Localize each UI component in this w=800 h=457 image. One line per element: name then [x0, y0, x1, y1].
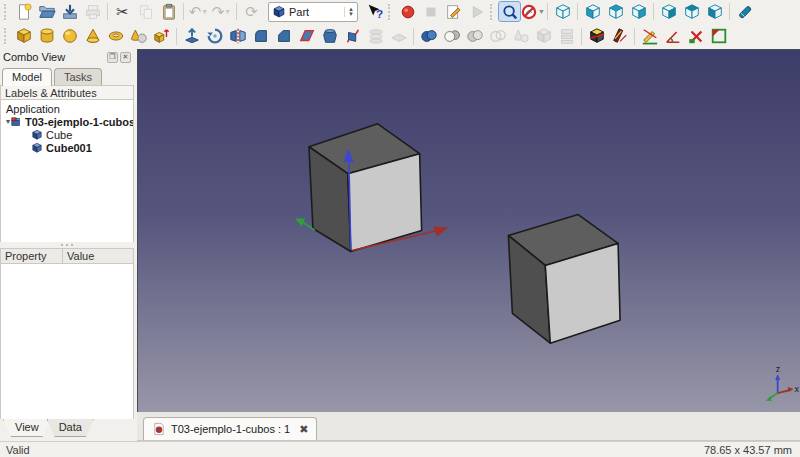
ruled-icon [298, 27, 316, 45]
open-file-button[interactable] [35, 1, 58, 22]
combo-spinner-icon[interactable]: ▲▼ [344, 7, 354, 17]
toolbar-separator [413, 28, 414, 45]
whats-this-button[interactable]: ? [363, 1, 386, 22]
cube-axo-icon [554, 3, 572, 21]
cross-section-button[interactable] [585, 26, 608, 47]
3d-viewport[interactable]: zx [137, 49, 800, 412]
measure-angular-button[interactable] [661, 26, 684, 47]
tree-item-document[interactable]: ▾ T03-ejemplo-1-cubos [1, 115, 133, 128]
loft-button[interactable] [318, 26, 341, 47]
sweep-button[interactable] [341, 26, 364, 47]
undo-icon: ↶ [189, 4, 202, 19]
part-box-button[interactable] [12, 26, 35, 47]
part-sphere-button[interactable] [58, 26, 81, 47]
p-torus-icon [107, 27, 125, 45]
document-tab[interactable]: T03-ejemplo-1-cubos : 1 ✖ [143, 417, 317, 440]
toolbar-drag-handle[interactable] [388, 4, 392, 20]
measure-toggle-all-button[interactable] [707, 26, 730, 47]
cube-icon [31, 142, 43, 154]
copy-icon [137, 3, 155, 21]
boolean-union-button[interactable] [417, 26, 440, 47]
print-icon [84, 3, 102, 21]
part-primitives-button[interactable] [127, 26, 150, 47]
draw-style-icon [520, 3, 538, 21]
measure-distance-button[interactable] [733, 1, 756, 22]
view-front-button[interactable] [581, 1, 604, 22]
tab-tasks[interactable]: Tasks [54, 68, 102, 86]
boolean-xor-button [486, 26, 509, 47]
cut-button[interactable]: ✂ [111, 1, 134, 22]
combo-view-titlebar: Combo View ❐ ✕ [0, 49, 134, 65]
toolbar-drag-handle[interactable] [490, 4, 494, 20]
dropdown-caret-icon[interactable]: ▼ [201, 8, 208, 15]
cube-top-icon [607, 3, 625, 21]
fillet-button[interactable] [249, 26, 272, 47]
fit-all-button[interactable] [498, 1, 521, 22]
new-file-button[interactable] [12, 1, 35, 22]
measure-linear-button[interactable] [638, 26, 661, 47]
tab-close-icon[interactable]: ✖ [299, 423, 308, 436]
property-table-body [0, 264, 134, 419]
tree-item-cube[interactable]: Cube [1, 128, 133, 141]
part-cylinder-button[interactable] [35, 26, 58, 47]
dropdown-caret-icon[interactable]: ▼ [538, 8, 545, 15]
tab-data[interactable]: Data [47, 419, 94, 437]
view-bottom-button[interactable] [680, 1, 703, 22]
view-right-button[interactable] [627, 1, 650, 22]
p-shapebuilder-icon [153, 27, 171, 45]
ruled-surface-button[interactable] [295, 26, 318, 47]
property-column-header[interactable]: Property [0, 249, 62, 264]
workbench-value: Part [286, 6, 342, 18]
freecad-doc-icon [152, 422, 166, 436]
view-rear-button[interactable] [657, 1, 680, 22]
toolbar-standard: ✂↶▼↷▼⟳Part▲▼?▼ [0, 0, 800, 23]
dock-close-button[interactable]: ✕ [120, 52, 131, 63]
p-box-icon [15, 27, 33, 45]
gray-slab-icon [390, 27, 408, 45]
extrude-button[interactable] [180, 26, 203, 47]
measure-clear-button[interactable] [684, 26, 707, 47]
copy-button [134, 1, 157, 22]
tab-model[interactable]: Model [2, 68, 52, 86]
p-cone-icon [84, 27, 102, 45]
nav-axis-cross [775, 374, 780, 380]
toolbar-drag-handle[interactable] [4, 28, 8, 44]
chamfer-button[interactable] [272, 26, 295, 47]
view-top-button[interactable] [604, 1, 627, 22]
view-left-button[interactable] [703, 1, 726, 22]
cross-sections-button[interactable] [608, 26, 631, 47]
workbench-selector[interactable]: Part▲▼ [268, 2, 358, 22]
tab-view[interactable]: View [3, 419, 51, 437]
macro-edit-button[interactable] [442, 1, 465, 22]
toolbar-drag-handle[interactable] [4, 4, 8, 20]
bool-common-icon [466, 27, 484, 45]
boolean-common-button[interactable] [463, 26, 486, 47]
document-tab-label: T03-ejemplo-1-cubos : 1 [171, 423, 290, 435]
part-torus-button[interactable] [104, 26, 127, 47]
value-column-header[interactable]: Value [62, 249, 134, 264]
redo-button: ↷▼ [210, 1, 233, 22]
cube-left-icon [706, 3, 724, 21]
part-cone-button[interactable] [81, 26, 104, 47]
toolbar-separator [107, 3, 108, 20]
revolve-button[interactable] [203, 26, 226, 47]
mirror-button[interactable] [226, 26, 249, 47]
tree-item-application[interactable]: Application [1, 102, 133, 115]
draw-style-button[interactable]: ▼ [521, 1, 544, 22]
dock-float-button[interactable]: ❐ [107, 52, 118, 63]
shape-builder-button[interactable] [150, 26, 173, 47]
paste-button[interactable] [157, 1, 180, 22]
save-button[interactable] [58, 1, 81, 22]
tree-item-cube001[interactable]: Cube001 [1, 141, 133, 154]
boolean-cut-button[interactable] [440, 26, 463, 47]
cube-right-icon [630, 3, 648, 21]
join-embed-button [532, 26, 555, 47]
toolbar-separator [653, 3, 654, 20]
macro-record-button[interactable] [396, 1, 419, 22]
dropdown-caret-icon[interactable]: ▼ [224, 8, 231, 15]
bool-xor-icon [489, 27, 507, 45]
play-icon [468, 3, 486, 21]
macro-play-button [465, 1, 488, 22]
view-axonometric-button[interactable] [551, 1, 574, 22]
document-icon [10, 116, 22, 128]
